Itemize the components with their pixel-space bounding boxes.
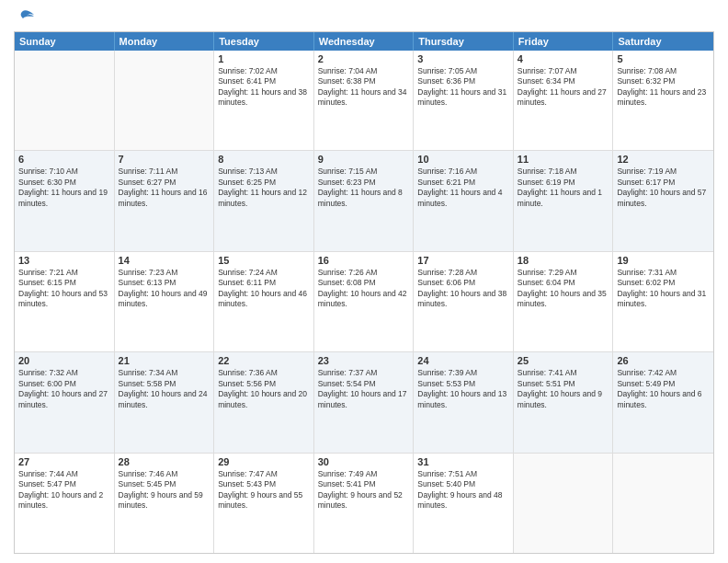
day-details: Sunrise: 7:05 AM Sunset: 6:36 PM Dayligh… [417,66,509,109]
calendar-day-cell: 4Sunrise: 7:07 AM Sunset: 6:34 PM Daylig… [514,51,614,150]
day-number: 27 [18,456,110,467]
day-details: Sunrise: 7:21 AM Sunset: 6:15 PM Dayligh… [18,268,110,310]
calendar-week-row: 13Sunrise: 7:21 AM Sunset: 6:15 PM Dayli… [15,252,713,352]
day-number: 20 [18,355,110,366]
calendar-day-cell: 15Sunrise: 7:24 AM Sunset: 6:11 PM Dayli… [214,252,314,351]
day-number: 8 [218,154,310,165]
calendar-day-cell: 22Sunrise: 7:36 AM Sunset: 5:56 PM Dayli… [214,352,314,452]
calendar-day-cell: 10Sunrise: 7:16 AM Sunset: 6:21 PM Dayli… [414,151,514,250]
logo-bird-icon [16,9,36,26]
calendar-header: SundayMondayTuesdayWednesdayThursdayFrid… [15,32,713,51]
day-of-week-header: Sunday [15,32,115,51]
day-details: Sunrise: 7:04 AM Sunset: 6:38 PM Dayligh… [318,66,410,109]
day-number: 11 [518,154,609,165]
day-of-week-header: Tuesday [214,32,314,51]
calendar-body: 1Sunrise: 7:02 AM Sunset: 6:41 PM Daylig… [15,51,713,553]
calendar-day-cell: 16Sunrise: 7:26 AM Sunset: 6:08 PM Dayli… [314,252,415,351]
calendar-day-cell: 29Sunrise: 7:47 AM Sunset: 5:43 PM Dayli… [214,454,314,553]
calendar-day-cell: 1Sunrise: 7:02 AM Sunset: 6:41 PM Daylig… [214,51,314,150]
day-number: 18 [518,255,609,266]
day-number: 29 [218,456,310,467]
calendar-day-cell: 9Sunrise: 7:15 AM Sunset: 6:23 PM Daylig… [314,151,415,250]
day-details: Sunrise: 7:32 AM Sunset: 6:00 PM Dayligh… [18,368,110,410]
day-number: 16 [318,255,410,266]
day-details: Sunrise: 7:08 AM Sunset: 6:32 PM Dayligh… [617,66,710,109]
day-of-week-header: Saturday [613,32,713,51]
day-of-week-header: Friday [514,32,614,51]
day-number: 26 [617,355,710,366]
calendar-week-row: 6Sunrise: 7:10 AM Sunset: 6:30 PM Daylig… [15,151,713,251]
calendar-day-cell: 18Sunrise: 7:29 AM Sunset: 6:04 PM Dayli… [514,252,614,351]
day-details: Sunrise: 7:41 AM Sunset: 5:51 PM Dayligh… [518,368,609,410]
day-details: Sunrise: 7:10 AM Sunset: 6:30 PM Dayligh… [18,167,110,209]
day-details: Sunrise: 7:37 AM Sunset: 5:54 PM Dayligh… [318,368,410,410]
day-details: Sunrise: 7:34 AM Sunset: 5:58 PM Dayligh… [119,368,210,410]
day-number: 5 [617,53,710,64]
calendar-day-cell: 25Sunrise: 7:41 AM Sunset: 5:51 PM Dayli… [514,352,614,452]
day-details: Sunrise: 7:39 AM Sunset: 5:53 PM Dayligh… [417,368,509,410]
day-number: 31 [417,456,509,467]
calendar-day-cell: 12Sunrise: 7:19 AM Sunset: 6:17 PM Dayli… [613,151,713,250]
day-details: Sunrise: 7:29 AM Sunset: 6:04 PM Dayligh… [518,268,609,310]
day-number: 12 [617,154,710,165]
day-of-week-header: Monday [115,32,215,51]
calendar-day-cell: 3Sunrise: 7:05 AM Sunset: 6:36 PM Daylig… [414,51,514,150]
day-number: 13 [18,255,110,266]
day-number: 23 [318,355,410,366]
calendar-week-row: 1Sunrise: 7:02 AM Sunset: 6:41 PM Daylig… [15,51,713,151]
calendar-day-cell: 20Sunrise: 7:32 AM Sunset: 6:00 PM Dayli… [15,352,115,452]
day-details: Sunrise: 7:15 AM Sunset: 6:23 PM Dayligh… [318,167,410,209]
day-details: Sunrise: 7:02 AM Sunset: 6:41 PM Dayligh… [218,66,310,109]
day-number: 7 [119,154,210,165]
calendar-day-cell: 8Sunrise: 7:13 AM Sunset: 6:25 PM Daylig… [214,151,314,250]
day-number: 6 [18,154,110,165]
day-number: 21 [119,355,210,366]
day-of-week-header: Thursday [414,32,514,51]
calendar-day-cell: 5Sunrise: 7:08 AM Sunset: 6:32 PM Daylig… [613,51,713,150]
day-details: Sunrise: 7:13 AM Sunset: 6:25 PM Dayligh… [218,167,310,209]
empty-cell [613,454,713,553]
day-details: Sunrise: 7:24 AM Sunset: 6:11 PM Dayligh… [218,268,310,310]
day-number: 19 [617,255,710,266]
day-details: Sunrise: 7:49 AM Sunset: 5:41 PM Dayligh… [318,469,410,511]
day-details: Sunrise: 7:31 AM Sunset: 6:02 PM Dayligh… [617,268,710,310]
day-details: Sunrise: 7:44 AM Sunset: 5:47 PM Dayligh… [18,469,110,511]
empty-cell [115,51,215,150]
day-number: 15 [218,255,310,266]
day-number: 30 [318,456,410,467]
calendar-day-cell: 19Sunrise: 7:31 AM Sunset: 6:02 PM Dayli… [613,252,713,351]
day-number: 14 [119,255,210,266]
calendar-day-cell: 24Sunrise: 7:39 AM Sunset: 5:53 PM Dayli… [414,352,514,452]
calendar-day-cell: 6Sunrise: 7:10 AM Sunset: 6:30 PM Daylig… [15,151,115,250]
calendar-week-row: 27Sunrise: 7:44 AM Sunset: 5:47 PM Dayli… [15,454,713,553]
header [14,9,714,26]
day-number: 10 [417,154,509,165]
day-details: Sunrise: 7:16 AM Sunset: 6:21 PM Dayligh… [417,167,509,209]
day-details: Sunrise: 7:19 AM Sunset: 6:17 PM Dayligh… [617,167,710,209]
day-details: Sunrise: 7:46 AM Sunset: 5:45 PM Dayligh… [119,469,210,511]
calendar-day-cell: 27Sunrise: 7:44 AM Sunset: 5:47 PM Dayli… [15,454,115,553]
day-number: 4 [518,53,609,64]
day-details: Sunrise: 7:26 AM Sunset: 6:08 PM Dayligh… [318,268,410,310]
empty-cell [514,454,614,553]
day-number: 22 [218,355,310,366]
calendar-day-cell: 14Sunrise: 7:23 AM Sunset: 6:13 PM Dayli… [115,252,215,351]
day-details: Sunrise: 7:18 AM Sunset: 6:19 PM Dayligh… [518,167,609,209]
day-number: 28 [119,456,210,467]
day-details: Sunrise: 7:51 AM Sunset: 5:40 PM Dayligh… [417,469,509,511]
day-details: Sunrise: 7:28 AM Sunset: 6:06 PM Dayligh… [417,268,509,310]
day-details: Sunrise: 7:42 AM Sunset: 5:49 PM Dayligh… [617,368,710,410]
calendar: SundayMondayTuesdayWednesdayThursdayFrid… [14,31,714,554]
calendar-day-cell: 11Sunrise: 7:18 AM Sunset: 6:19 PM Dayli… [514,151,614,250]
calendar-day-cell: 31Sunrise: 7:51 AM Sunset: 5:40 PM Dayli… [414,454,514,553]
logo [14,9,36,26]
day-number: 25 [518,355,609,366]
calendar-week-row: 20Sunrise: 7:32 AM Sunset: 6:00 PM Dayli… [15,352,713,453]
empty-cell [15,51,115,150]
calendar-day-cell: 2Sunrise: 7:04 AM Sunset: 6:38 PM Daylig… [314,51,415,150]
day-of-week-header: Wednesday [314,32,415,51]
day-details: Sunrise: 7:36 AM Sunset: 5:56 PM Dayligh… [218,368,310,410]
calendar-day-cell: 7Sunrise: 7:11 AM Sunset: 6:27 PM Daylig… [115,151,215,250]
calendar-day-cell: 26Sunrise: 7:42 AM Sunset: 5:49 PM Dayli… [613,352,713,452]
calendar-day-cell: 28Sunrise: 7:46 AM Sunset: 5:45 PM Dayli… [115,454,215,553]
